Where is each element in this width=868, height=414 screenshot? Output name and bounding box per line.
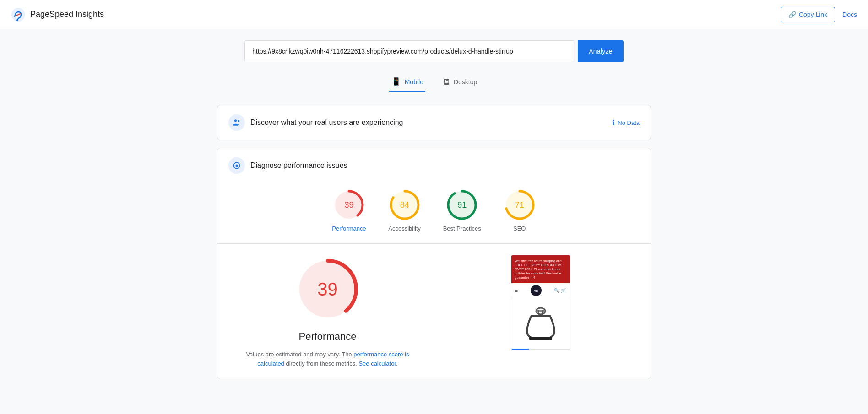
real-users-header-left: Discover what your real users are experi… bbox=[228, 114, 403, 131]
svg-rect-20 bbox=[529, 337, 552, 340]
calc-link[interactable]: See calculator bbox=[358, 360, 396, 367]
big-score-description: Values are estimated and may vary. The p… bbox=[241, 350, 415, 368]
tab-mobile-label: Mobile bbox=[405, 78, 423, 86]
screenshot-progress-fill bbox=[511, 349, 529, 350]
svg-point-1 bbox=[16, 19, 18, 21]
big-score-title: Performance bbox=[299, 331, 357, 343]
score-circle-best-practices: 91 bbox=[445, 188, 478, 221]
header: PageSpeed Insights 🔗 Copy Link Docs bbox=[0, 0, 868, 29]
header-logo-area: PageSpeed Insights bbox=[11, 7, 104, 22]
score-circle-seo: 71 bbox=[503, 188, 536, 221]
score-label-seo: SEO bbox=[513, 225, 526, 232]
hamburger-icon: ≡ bbox=[515, 288, 518, 293]
cart-icon: 🛒 bbox=[561, 288, 566, 293]
diagnose-title: Diagnose performance issues bbox=[250, 161, 347, 170]
screenshot-nav: ≡ VB 🔍 🛒 bbox=[511, 283, 570, 298]
users-icon bbox=[228, 114, 245, 131]
mobile-icon: 📱 bbox=[391, 77, 401, 87]
main-content: Analyze 📱 Mobile 🖥 Desktop bbox=[210, 29, 658, 398]
header-actions: 🔗 Copy Link Docs bbox=[781, 7, 857, 22]
svg-point-3 bbox=[238, 120, 239, 122]
tab-mobile[interactable]: 📱 Mobile bbox=[389, 73, 425, 92]
no-data-badge: ℹ No Data bbox=[612, 118, 640, 127]
screenshot-progress-bar bbox=[511, 349, 570, 350]
score-item-seo[interactable]: 71 SEO bbox=[503, 188, 536, 232]
no-data-label: No Data bbox=[618, 119, 640, 126]
big-score-right: We offer free return shipping and FREE D… bbox=[441, 255, 640, 368]
score-number-performance: 39 bbox=[344, 200, 353, 210]
app-title: PageSpeed Insights bbox=[30, 10, 104, 19]
real-users-header: Discover what your real users are experi… bbox=[228, 114, 640, 131]
score-label-best-practices: Best Practices bbox=[443, 225, 481, 232]
score-item-best-practices[interactable]: 91 Best Practices bbox=[443, 188, 481, 232]
score-label-accessibility: Accessibility bbox=[388, 225, 421, 232]
svg-point-2 bbox=[234, 119, 237, 122]
svg-rect-19 bbox=[536, 310, 545, 312]
big-score-section: 39 Performance Values are estimated and … bbox=[217, 244, 651, 379]
analyze-button[interactable]: Analyze bbox=[578, 40, 624, 62]
tab-desktop-label: Desktop bbox=[454, 78, 477, 86]
diagnose-icon bbox=[228, 157, 245, 174]
score-item-performance[interactable]: 39 Performance bbox=[332, 188, 366, 232]
real-users-section: Discover what your real users are experi… bbox=[217, 105, 651, 140]
big-score-circle: 39 bbox=[293, 255, 362, 323]
screenshot-product bbox=[511, 298, 570, 347]
diagnose-header: Diagnose performance issues bbox=[217, 148, 651, 181]
score-circle-accessibility: 84 bbox=[388, 188, 421, 221]
score-circle-performance: 39 bbox=[332, 188, 365, 221]
svg-point-4 bbox=[236, 165, 238, 167]
score-number-seo: 71 bbox=[515, 200, 524, 210]
brand-logo: VB bbox=[531, 285, 542, 296]
score-number-best-practices: 91 bbox=[457, 200, 467, 210]
big-score-number: 39 bbox=[317, 279, 338, 300]
pagespeed-logo-icon bbox=[11, 7, 26, 22]
screenshot-thumbnail: We offer free return shipping and FREE D… bbox=[511, 255, 570, 350]
docs-link[interactable]: Docs bbox=[842, 11, 857, 18]
nav-icons: 🔍 🛒 bbox=[554, 288, 566, 293]
score-item-accessibility[interactable]: 84 Accessibility bbox=[388, 188, 421, 232]
product-image bbox=[522, 302, 559, 343]
diagnose-section: Diagnose performance issues 39 Performan… bbox=[217, 148, 651, 379]
tab-desktop[interactable]: 🖥 Desktop bbox=[440, 73, 479, 92]
screenshot-banner: We offer free return shipping and FREE D… bbox=[511, 255, 570, 283]
info-icon: ℹ bbox=[612, 118, 615, 127]
svg-text:VB: VB bbox=[534, 290, 538, 292]
big-score-left: 39 Performance Values are estimated and … bbox=[228, 255, 427, 368]
real-users-title: Discover what your real users are experi… bbox=[250, 118, 403, 127]
url-input[interactable] bbox=[244, 40, 574, 62]
copy-link-label: Copy Link bbox=[799, 11, 827, 18]
search-icon: 🔍 bbox=[554, 288, 559, 293]
score-number-accessibility: 84 bbox=[400, 200, 409, 210]
copy-link-button[interactable]: 🔗 Copy Link bbox=[781, 7, 835, 22]
scores-row: 39 Performance 84 Accessibility bbox=[217, 181, 651, 243]
score-label-performance: Performance bbox=[332, 225, 366, 232]
device-tab-selector: 📱 Mobile 🖥 Desktop bbox=[217, 73, 651, 92]
desktop-icon: 🖥 bbox=[442, 77, 450, 87]
url-bar-container: Analyze bbox=[217, 40, 651, 62]
link-icon: 🔗 bbox=[788, 11, 796, 18]
